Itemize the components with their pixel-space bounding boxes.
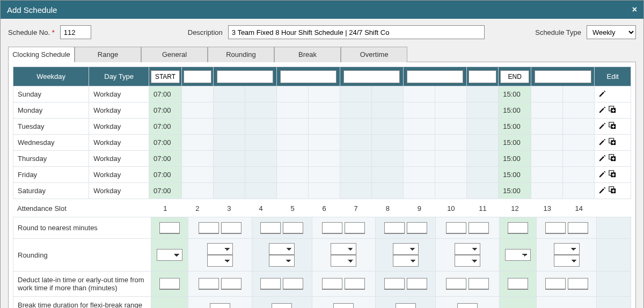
cell-slot-10 — [435, 183, 467, 199]
tab-range[interactable]: Range — [75, 47, 141, 62]
deduct-late-13[interactable] — [545, 278, 566, 290]
row-round-minutes: Round to nearest minutes — [13, 217, 631, 239]
header-slot-5-6-input[interactable] — [280, 70, 336, 83]
round-min-9[interactable] — [407, 222, 427, 234]
pencil-icon[interactable] — [599, 106, 606, 113]
break-dur-5[interactable] — [457, 303, 478, 308]
copy-add-icon[interactable] — [609, 106, 616, 113]
cell-slot-3 — [214, 102, 245, 119]
rounding-14[interactable] — [554, 255, 580, 267]
rounding-5[interactable] — [269, 255, 295, 267]
cell-slot-8 — [372, 86, 404, 102]
tab-general[interactable]: General — [141, 47, 208, 62]
header-slot-9-10 — [404, 67, 467, 86]
header-slot-13-14-input[interactable] — [535, 70, 591, 83]
break-dur-2[interactable] — [272, 303, 292, 308]
round-min-11[interactable] — [469, 222, 489, 234]
deduct-late-3[interactable] — [221, 278, 241, 290]
table-row: SundayWorkday07:0015:00 — [13, 86, 631, 102]
rounding-3[interactable] — [207, 255, 233, 267]
rounding-2[interactable] — [207, 243, 233, 255]
deduct-late-14[interactable] — [568, 278, 588, 290]
break-dur-4[interactable] — [396, 303, 416, 308]
deduct-late-9[interactable] — [407, 278, 427, 290]
deduct-late-6[interactable] — [322, 278, 342, 290]
copy-add-icon[interactable] — [609, 186, 616, 194]
cell-end: 15:00 — [499, 119, 531, 135]
copy-add-icon[interactable] — [609, 170, 616, 178]
round-min-6[interactable] — [322, 222, 342, 234]
deduct-late-10[interactable] — [446, 278, 466, 290]
deduct-late-1[interactable] — [159, 278, 180, 290]
header-slot-3-4-input[interactable] — [217, 70, 273, 83]
tab-break[interactable]: Break — [274, 47, 341, 62]
rounding-7[interactable] — [331, 255, 356, 267]
cell-slot-3 — [214, 183, 245, 199]
rounding-13[interactable] — [554, 243, 580, 255]
break-dur-1[interactable] — [210, 303, 230, 308]
copy-add-icon[interactable] — [609, 154, 616, 162]
deduct-late-7[interactable] — [345, 278, 365, 290]
table-row: WednesdayWorkday07:0015:00 — [13, 135, 631, 151]
tab-clocking-schedule[interactable]: Clocking Schedule — [8, 47, 75, 62]
description-input[interactable] — [228, 25, 485, 39]
deduct-late-8[interactable] — [384, 278, 405, 290]
pencil-icon[interactable] — [599, 90, 606, 97]
rounding-1[interactable] — [157, 249, 182, 261]
cell-slot-7 — [340, 151, 372, 167]
round-min-12[interactable] — [508, 222, 528, 234]
slot-6: 6 — [309, 199, 340, 217]
rounding-10[interactable] — [455, 243, 480, 255]
deduct-late-11[interactable] — [469, 278, 489, 290]
dialog-title: Add Schedule — [7, 5, 57, 14]
copy-add-icon[interactable] — [609, 138, 616, 145]
round-min-7[interactable] — [345, 222, 365, 234]
rounding-8[interactable] — [393, 243, 419, 255]
deduct-late-5[interactable] — [283, 278, 303, 290]
rounding-11[interactable] — [455, 255, 480, 267]
rounding-9[interactable] — [393, 255, 419, 267]
round-min-4[interactable] — [260, 222, 281, 234]
tab-overtime[interactable]: Overtime — [341, 47, 407, 62]
pencil-icon[interactable] — [599, 122, 606, 129]
pencil-icon[interactable] — [599, 154, 606, 162]
round-min-5[interactable] — [283, 222, 303, 234]
deduct-late-4[interactable] — [260, 278, 281, 290]
copy-add-icon[interactable] — [609, 122, 616, 129]
rounding-4[interactable] — [269, 243, 295, 255]
rounding-6[interactable] — [331, 243, 356, 255]
deduct-late-12[interactable] — [508, 278, 528, 290]
round-min-2[interactable] — [199, 222, 219, 234]
deduct-late-2[interactable] — [199, 278, 219, 290]
pencil-icon[interactable] — [599, 138, 606, 145]
round-min-3[interactable] — [221, 222, 241, 234]
cell-slot-9 — [404, 102, 435, 119]
cell-slot-6 — [309, 151, 340, 167]
pencil-icon[interactable] — [599, 170, 606, 178]
break-dur-3[interactable] — [333, 303, 354, 308]
header-slot-9-10-input[interactable] — [407, 70, 463, 83]
round-min-13[interactable] — [545, 222, 566, 234]
slot-8: 8 — [372, 199, 404, 217]
header-slot-7-8-input[interactable] — [343, 70, 400, 83]
rounding-12[interactable] — [505, 249, 531, 261]
round-min-10[interactable] — [446, 222, 466, 234]
close-icon[interactable]: × — [632, 5, 637, 14]
cell-slot-14 — [563, 102, 595, 119]
cell-slot-13 — [531, 151, 563, 167]
round-min-14[interactable] — [568, 222, 588, 234]
schedule-no-input[interactable] — [60, 25, 91, 39]
round-min-8[interactable] — [384, 222, 405, 234]
header-slot-2-input[interactable] — [184, 70, 211, 83]
header-end-input[interactable] — [500, 70, 529, 83]
header-start-input[interactable] — [151, 70, 180, 83]
round-min-1[interactable] — [159, 222, 180, 234]
header-slot-11-input[interactable] — [469, 70, 496, 83]
tab-rounding[interactable]: Rounding — [208, 47, 274, 62]
cell-slot-5 — [277, 151, 309, 167]
schedule-type-select[interactable]: Weekly — [587, 25, 636, 39]
cell-slot-11 — [467, 86, 499, 102]
cell-slot-10 — [435, 167, 467, 183]
pencil-icon[interactable] — [599, 186, 606, 194]
cell-slot-8 — [372, 135, 404, 151]
